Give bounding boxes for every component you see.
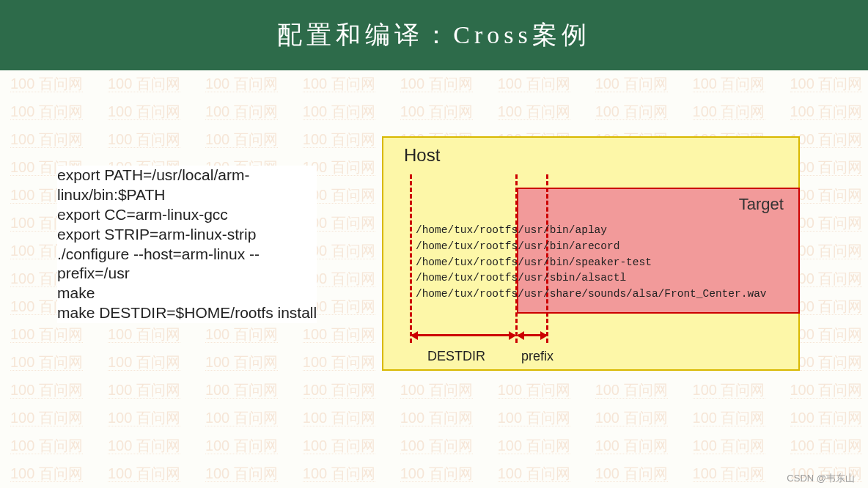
path-line: /home/tux/rootfs/usr/bin/aplay	[416, 223, 767, 239]
footer-attribution: CSDN @韦东山	[787, 472, 855, 485]
slide-header: 配置和编译：Cross案例	[0, 0, 868, 70]
cmd-line: export PATH=/usr/local/arm-	[57, 166, 317, 185]
diagram-column: Host Target /home/tux/rootfs/usr/bin/apl…	[382, 70, 868, 488]
slide-title: 配置和编译：Cross案例	[277, 18, 590, 52]
cmd-line: linux/bin:$PATH	[57, 185, 317, 205]
host-label: Host	[404, 145, 440, 166]
cmd-line: export STRIP=arm-linux-strip	[57, 225, 317, 245]
path-line: /home/tux/rootfs/usr/sbin/alsactl	[416, 270, 767, 286]
arrow-row	[410, 330, 549, 352]
destdir-arrow	[412, 334, 515, 336]
cmd-line: make	[57, 284, 317, 303]
path-line: /home/tux/rootfs/usr/bin/arecord	[416, 239, 767, 255]
cmd-line: export CC=arm-linux-gcc	[57, 205, 317, 225]
path-list: /home/tux/rootfs/usr/bin/aplay /home/tux…	[416, 223, 767, 303]
commands-column: export PATH=/usr/local/arm- linux/bin:$P…	[0, 70, 382, 488]
prefix-arrow	[518, 334, 546, 336]
cmd-line: prefix=/usr	[57, 264, 317, 284]
path-line: /home/tux/rootfs/usr/bin/speaker-test	[416, 255, 767, 271]
divider-line	[410, 174, 412, 343]
commands-block: export PATH=/usr/local/arm- linux/bin:$P…	[57, 166, 317, 323]
host-box: Host Target /home/tux/rootfs/usr/bin/apl…	[382, 136, 800, 371]
target-label: Target	[739, 195, 784, 214]
cmd-line: make DESTDIR=$HOME/rootfs install	[57, 303, 317, 323]
cmd-line: ./configure --host=arm-linux --	[57, 245, 317, 265]
path-line: /home/tux/rootfs/usr/share/sounds/alsa/F…	[416, 286, 767, 303]
slide-body: export PATH=/usr/local/arm- linux/bin:$P…	[0, 70, 868, 488]
